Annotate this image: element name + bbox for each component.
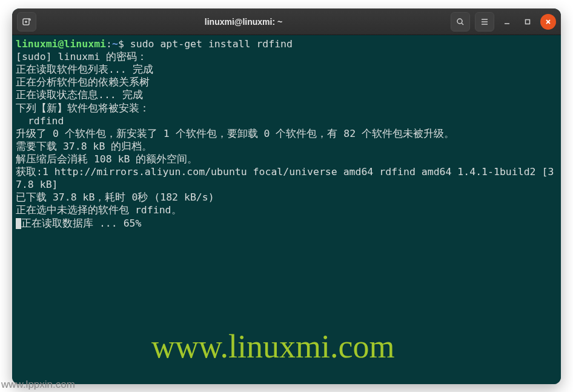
search-button[interactable] <box>451 12 470 32</box>
window-title: linuxmi@linuxmi: ~ <box>36 17 451 27</box>
command-text: sudo apt-get install rdfind <box>130 38 293 50</box>
search-icon <box>455 17 465 27</box>
new-tab-icon <box>22 17 31 27</box>
prompt-user-host: linuxmi@linuxmi <box>16 38 106 50</box>
progress-line: 正在读取数据库 ... 65% <box>16 217 557 230</box>
output-line: 已下载 37.8 kB，耗时 0秒 (182 kB/s) <box>16 191 557 204</box>
svg-point-3 <box>457 19 462 24</box>
maximize-icon <box>524 18 531 25</box>
output-line: rdfind <box>16 115 557 127</box>
watermark-main: www.linuxmi.com <box>151 326 394 368</box>
output-line: 正在读取软件包列表... 完成 <box>16 63 557 76</box>
output-line: 正在分析软件包的依赖关系树 <box>16 76 557 88</box>
new-tab-button[interactable] <box>17 12 36 32</box>
svg-line-4 <box>462 23 463 25</box>
minimize-button[interactable] <box>499 14 515 30</box>
output-line: 下列【新】软件包将被安装： <box>16 102 557 115</box>
terminal-window: linuxmi@linuxmi: ~ <box>12 8 561 384</box>
output-line: 正在读取状态信息... 完成 <box>16 88 557 101</box>
output-line: 正在选中未选择的软件包 rdfind。 <box>16 204 557 216</box>
maximize-button[interactable] <box>520 14 535 30</box>
minimize-icon <box>503 18 511 25</box>
hamburger-icon <box>480 17 489 27</box>
prompt-path: ~ <box>112 38 118 50</box>
window-titlebar: linuxmi@linuxmi: ~ <box>12 8 561 35</box>
prompt-separator: : <box>106 38 112 50</box>
watermark-bottom: www.lppxin.com <box>1 379 75 391</box>
titlebar-right-controls <box>451 12 556 32</box>
close-button[interactable] <box>540 14 556 30</box>
output-line: [sudo] linuxmi 的密码： <box>16 50 557 63</box>
svg-rect-9 <box>526 19 530 24</box>
output-line: 升级了 0 个软件包，新安装了 1 个软件包，要卸载 0 个软件包，有 82 个… <box>16 127 557 140</box>
prompt-symbol: $ <box>118 38 124 50</box>
progress-text: 正在读取数据库 ... 65% <box>21 218 141 229</box>
terminal-output-area[interactable]: linuxmi@linuxmi:~$ sudo apt-get install … <box>12 35 561 384</box>
titlebar-left-controls <box>17 12 36 32</box>
output-line: 解压缩后会消耗 108 kB 的额外空间。 <box>16 153 557 165</box>
close-icon <box>545 18 552 25</box>
output-line: 需要下载 37.8 kB 的归档。 <box>16 140 557 153</box>
prompt-line: linuxmi@linuxmi:~$ sudo apt-get install … <box>16 38 557 50</box>
cursor <box>16 218 21 229</box>
menu-button[interactable] <box>475 12 494 32</box>
output-line: 获取:1 http://mirrors.aliyun.com/ubuntu fo… <box>16 165 557 191</box>
